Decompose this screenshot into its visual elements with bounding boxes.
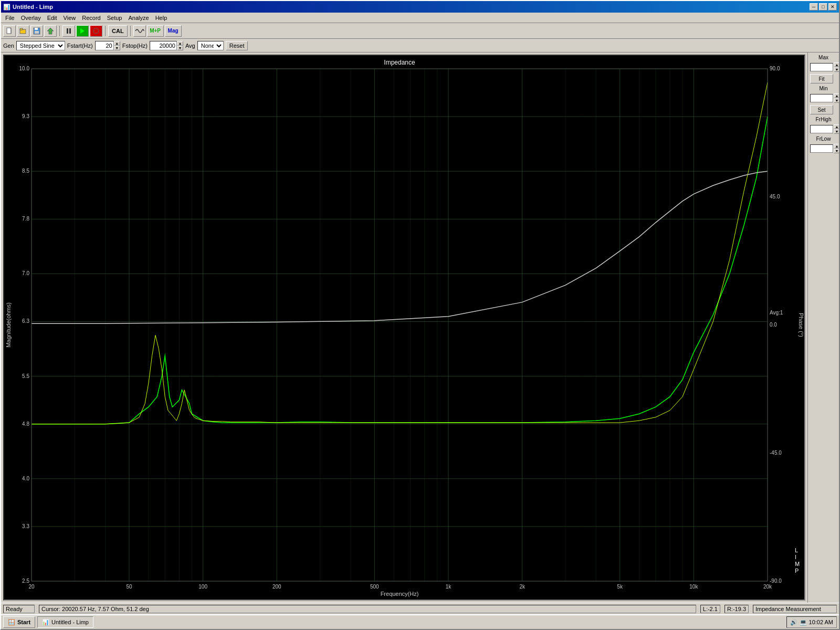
fstart-spinner: ▲ ▼ — [95, 41, 120, 50]
max-label: Max — [810, 55, 837, 60]
menu-item-record[interactable]: Record — [79, 14, 103, 22]
fstop-spinner: ▲ ▼ — [150, 41, 183, 50]
app-window: 📊 Untitled - Limp ─ □ ✕ FileOverlayEditV… — [0, 0, 840, 630]
frhigh-spin-group: ▲ ▼ — [810, 124, 837, 134]
start-button[interactable]: 🪟 Start — [3, 616, 35, 628]
status-text: Ready — [6, 606, 23, 612]
toolbar-separator-1 — [59, 26, 60, 36]
frlow-input[interactable] — [810, 144, 833, 153]
app-icon: 📊 — [3, 4, 10, 10]
maximize-button[interactable]: □ — [819, 3, 827, 10]
r-value: R:-19.3 — [724, 605, 749, 613]
title-bar-controls: ─ □ ✕ — [810, 3, 837, 10]
avg-select[interactable]: None — [197, 41, 224, 50]
main-area: Max ▲ ▼ Fit Min ▲ ▼ Set FrHigh — [1, 52, 839, 603]
new-button[interactable] — [3, 25, 16, 37]
fit-button[interactable]: Fit — [810, 74, 833, 83]
close-button[interactable]: ✕ — [828, 3, 837, 10]
max-input[interactable] — [810, 63, 833, 71]
status-ready: Ready — [3, 605, 35, 613]
fstop-up[interactable]: ▲ — [177, 41, 183, 46]
frhigh-up[interactable]: ▲ — [834, 124, 839, 129]
taskbar-app-label: Untitled - Limp — [51, 619, 89, 625]
start-icon: 🪟 — [8, 619, 15, 626]
menu-item-view[interactable]: View — [60, 14, 79, 22]
svg-marker-6 — [47, 28, 54, 34]
l-text: L:-2.1 — [703, 606, 718, 612]
fstop-input[interactable] — [150, 41, 177, 50]
svg-rect-5 — [35, 31, 39, 34]
menu-item-analyze[interactable]: Analyze — [125, 14, 152, 22]
taskbar-tray: 🔊 💻 10:02 AM — [786, 616, 837, 628]
window-title: Untitled - Limp — [13, 4, 53, 10]
pause-button[interactable] — [62, 25, 75, 37]
measurement-type: Impedance Measurement — [753, 605, 837, 613]
svg-rect-4 — [35, 28, 38, 30]
save-copy-button[interactable] — [30, 25, 43, 37]
tray-icon-1: 🔊 — [790, 619, 797, 626]
menu-item-help[interactable]: Help — [152, 14, 171, 22]
clock: 10:02 AM — [809, 619, 833, 625]
frlow-label: FrLow — [810, 136, 837, 142]
min-up[interactable]: ▲ — [834, 93, 839, 98]
open-button[interactable] — [17, 25, 29, 37]
status-bar: Ready Cursor: 20020.57 Hz, 7.57 Ohm, 51.… — [1, 603, 839, 614]
fstart-label: Fstart(Hz) — [67, 43, 93, 49]
mag-button[interactable]: Mag — [165, 25, 182, 37]
svg-rect-0 — [7, 28, 11, 34]
gen-label: Gen — [3, 43, 14, 49]
fstart-input[interactable] — [95, 41, 114, 50]
right-panel: Max ▲ ▼ Fit Min ▲ ▼ Set FrHigh — [807, 52, 839, 603]
m-plus-p-button[interactable]: M+P — [147, 25, 164, 37]
frlow-down[interactable]: ▼ — [834, 149, 839, 153]
toolbar-separator-3 — [130, 26, 131, 36]
start-label: Start — [17, 619, 30, 625]
reset-button[interactable]: Reset — [226, 41, 248, 50]
record-button[interactable] — [90, 25, 102, 37]
main-chart-canvas — [4, 56, 804, 600]
taskbar-app-icon: 📊 — [42, 619, 49, 626]
wave-button[interactable] — [133, 25, 146, 37]
cursor-text: Cursor: 20020.57 Hz, 7.57 Ohm, 51.2 deg — [41, 606, 149, 612]
chart-container — [1, 52, 807, 603]
fstop-down[interactable]: ▼ — [177, 46, 183, 50]
svg-rect-8 — [69, 28, 71, 34]
frhigh-input[interactable] — [810, 125, 833, 133]
fstop-label: Fstop(Hz) — [122, 43, 148, 49]
play-button[interactable] — [76, 25, 89, 37]
avg-label: Avg — [185, 43, 195, 49]
menu-item-setup[interactable]: Setup — [104, 14, 125, 22]
taskbar: 🪟 Start 📊 Untitled - Limp 🔊 💻 10:02 AM — [1, 614, 839, 629]
cursor-info: Cursor: 20020.57 Hz, 7.57 Ohm, 51.2 deg — [39, 605, 696, 613]
menu-item-overlay[interactable]: Overlay — [18, 14, 44, 22]
svg-marker-9 — [80, 28, 85, 34]
taskbar-app-limp[interactable]: 📊 Untitled - Limp — [37, 616, 93, 628]
cal-button[interactable]: CAL — [108, 25, 128, 37]
min-down[interactable]: ▼ — [834, 98, 839, 103]
frlow-up[interactable]: ▲ — [834, 144, 839, 149]
fstart-up[interactable]: ▲ — [114, 41, 120, 46]
min-label: Min — [810, 86, 837, 91]
gen-select[interactable]: Stepped Sine — [16, 41, 65, 50]
min-input[interactable] — [810, 94, 833, 102]
title-bar: 📊 Untitled - Limp ─ □ ✕ — [1, 1, 839, 13]
frhigh-down[interactable]: ▼ — [834, 129, 839, 134]
fstart-down[interactable]: ▼ — [114, 46, 120, 50]
menu-item-file[interactable]: File — [2, 14, 18, 22]
menu-item-edit[interactable]: Edit — [44, 14, 60, 22]
max-spin-group: ▲ ▼ — [810, 62, 837, 72]
save-button[interactable] — [44, 25, 57, 37]
svg-rect-2 — [20, 28, 23, 30]
max-up[interactable]: ▲ — [834, 62, 839, 67]
tray-icon-2: 💻 — [800, 619, 807, 626]
min-spin-group: ▲ ▼ — [810, 93, 837, 103]
max-down[interactable]: ▼ — [834, 67, 839, 72]
toolbar2: Gen Stepped Sine Fstart(Hz) ▲ ▼ Fstop(Hz… — [1, 39, 839, 52]
title-bar-left: 📊 Untitled - Limp — [3, 4, 53, 10]
minimize-button[interactable]: ─ — [810, 3, 818, 10]
toolbar-separator-2 — [105, 26, 106, 36]
chart-wrapper — [3, 55, 805, 601]
frhigh-label: FrHigh — [810, 117, 837, 122]
svg-point-10 — [93, 28, 99, 34]
set-button[interactable]: Set — [810, 105, 833, 114]
